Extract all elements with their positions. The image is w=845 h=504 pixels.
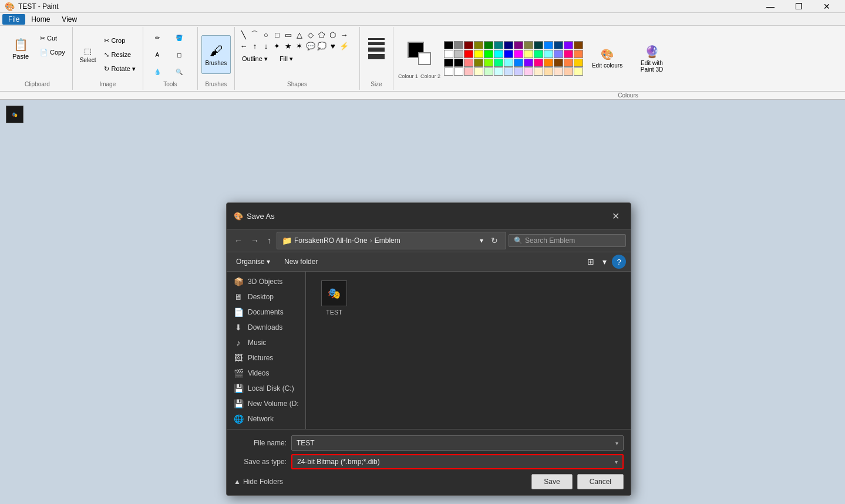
shape-arrow-d[interactable]: ↓ bbox=[261, 40, 271, 51]
fill-shapes-button[interactable]: Fill ▾ bbox=[276, 52, 297, 65]
sidebar-item-pictures[interactable]: 🖼Pictures bbox=[227, 350, 306, 366]
color-swatch[interactable] bbox=[474, 50, 483, 58]
shape-star4[interactable]: ✦ bbox=[272, 40, 282, 51]
maximize-button[interactable]: ❐ bbox=[785, 0, 812, 13]
color-swatch[interactable] bbox=[444, 50, 453, 58]
color-swatch[interactable] bbox=[524, 41, 533, 49]
hide-folders-button[interactable]: ▲ Hide Folders bbox=[234, 478, 283, 486]
help-button[interactable]: ? bbox=[612, 255, 626, 269]
shape-lightning[interactable]: ⚡ bbox=[339, 40, 349, 51]
menu-home[interactable]: Home bbox=[25, 14, 56, 25]
save-button[interactable]: Save bbox=[531, 474, 572, 489]
color-swatch[interactable] bbox=[564, 41, 573, 49]
shape-curve[interactable]: ⌒ bbox=[250, 29, 260, 40]
shape-star5[interactable]: ★ bbox=[283, 40, 294, 51]
color-swatch[interactable] bbox=[474, 59, 483, 67]
nav-forward-button[interactable]: → bbox=[248, 234, 262, 247]
shape-triangle[interactable]: △ bbox=[294, 29, 305, 40]
color-swatch[interactable] bbox=[534, 41, 543, 49]
color-swatch[interactable] bbox=[484, 59, 493, 67]
refresh-button[interactable]: ↻ bbox=[488, 234, 501, 247]
color-swatch[interactable] bbox=[464, 41, 473, 49]
color-swatch[interactable] bbox=[514, 67, 523, 76]
sidebar-item-desktop[interactable]: 🖥Desktop bbox=[227, 289, 306, 305]
sidebar-item-3d-objects[interactable]: 📦3D Objects bbox=[227, 274, 306, 289]
color-swatch[interactable] bbox=[504, 59, 513, 67]
eraser-button[interactable]: ◻ bbox=[169, 46, 190, 63]
color-swatch[interactable] bbox=[574, 41, 583, 49]
edit-with-paint3d-button[interactable]: 🔮 Edit with Paint 3D bbox=[631, 40, 672, 77]
minimize-button[interactable]: — bbox=[757, 0, 784, 13]
color-swatch[interactable] bbox=[454, 50, 463, 58]
color-swatch[interactable] bbox=[534, 59, 543, 67]
color-swatch[interactable] bbox=[514, 41, 523, 49]
paste-button[interactable]: 📋 Paste bbox=[6, 29, 35, 68]
sidebar-item-local-disk-c[interactable]: 💾Local Disk (C:) bbox=[227, 381, 306, 396]
color-swatch[interactable] bbox=[504, 41, 513, 49]
color-swatch[interactable] bbox=[574, 50, 583, 58]
shape-rect[interactable]: □ bbox=[272, 29, 282, 40]
close-button[interactable]: ✕ bbox=[813, 0, 840, 13]
fill-button[interactable]: 🪣 bbox=[169, 29, 190, 46]
sidebar-item-videos[interactable]: 🎬Videos bbox=[227, 366, 306, 381]
color-swatch[interactable] bbox=[564, 67, 573, 76]
pencil-button[interactable]: ✏ bbox=[147, 29, 168, 46]
shape-callout2[interactable]: 💭 bbox=[317, 40, 327, 51]
nav-back-button[interactable]: ← bbox=[231, 234, 245, 247]
search-bar[interactable]: 🔍 Search Emblem bbox=[509, 234, 626, 247]
resize-button[interactable]: ⤡ Resize bbox=[100, 48, 139, 61]
shape-arrow-u[interactable]: ↑ bbox=[250, 40, 260, 51]
shape-callout1[interactable]: 💬 bbox=[305, 40, 316, 51]
color-swatch[interactable] bbox=[544, 67, 553, 76]
color-swatch[interactable] bbox=[494, 59, 503, 67]
cut-button[interactable]: ✂ Cut bbox=[36, 32, 69, 45]
color-swatch[interactable] bbox=[534, 67, 543, 76]
size-button[interactable] bbox=[363, 29, 389, 68]
shape-roundrect[interactable]: ▭ bbox=[283, 29, 294, 40]
edit-colours-button[interactable]: 🎨 Edit colours bbox=[587, 44, 628, 73]
outline-button[interactable]: Outline ▾ bbox=[238, 52, 271, 65]
dialog-close-button[interactable]: ✕ bbox=[607, 208, 624, 224]
color-swatch[interactable] bbox=[524, 50, 533, 58]
color-swatch[interactable] bbox=[474, 41, 483, 49]
color-swatch[interactable] bbox=[544, 41, 553, 49]
color-swatch[interactable] bbox=[534, 50, 543, 58]
organise-button[interactable]: Organise ▾ bbox=[231, 256, 275, 268]
select-button[interactable]: ⬚ Select bbox=[76, 37, 100, 72]
color-swatch[interactable] bbox=[544, 50, 553, 58]
sidebar-item-music[interactable]: ♪Music bbox=[227, 335, 306, 350]
color-swatch[interactable] bbox=[564, 59, 573, 67]
color-swatch[interactable] bbox=[464, 50, 473, 58]
sidebar-item-new-volume-d[interactable]: 💾New Volume (D: bbox=[227, 396, 306, 411]
shape-arrow-r[interactable]: → bbox=[339, 29, 349, 40]
color-swatch[interactable] bbox=[524, 59, 533, 67]
new-folder-button[interactable]: New folder bbox=[280, 256, 322, 268]
color-swatch[interactable] bbox=[514, 59, 523, 67]
color-swatch[interactable] bbox=[524, 67, 533, 76]
brushes-button[interactable]: 🖌 Brushes bbox=[201, 35, 231, 74]
color-swatch[interactable] bbox=[444, 67, 453, 76]
color-swatch[interactable] bbox=[574, 59, 583, 67]
shape-line[interactable]: ╲ bbox=[238, 29, 249, 40]
rotate-button[interactable]: ↻ Rotate ▾ bbox=[100, 62, 139, 75]
shape-diamond[interactable]: ◇ bbox=[305, 29, 316, 40]
shape-arrow-l[interactable]: ← bbox=[238, 40, 249, 51]
file-item-test[interactable]: 🎭 TEST bbox=[311, 276, 358, 320]
shape-penta[interactable]: ⬠ bbox=[317, 29, 327, 40]
color-swatch[interactable] bbox=[464, 67, 473, 76]
color-swatch[interactable] bbox=[494, 50, 503, 58]
magnify-button[interactable]: 🔍 bbox=[169, 63, 190, 80]
shape-heart[interactable]: ♥ bbox=[328, 40, 338, 51]
color-swatch[interactable] bbox=[464, 59, 473, 67]
color-swatch[interactable] bbox=[484, 41, 493, 49]
color-swatch[interactable] bbox=[484, 50, 493, 58]
color-swatch[interactable] bbox=[444, 41, 453, 49]
color-swatch[interactable] bbox=[454, 67, 463, 76]
color-swatch[interactable] bbox=[484, 67, 493, 76]
view-toggle-button[interactable]: ⊞ bbox=[584, 255, 597, 269]
menu-file[interactable]: File bbox=[2, 14, 25, 25]
copy-button[interactable]: 📄 Copy bbox=[36, 46, 69, 59]
color-swatch[interactable] bbox=[504, 50, 513, 58]
color-swatch[interactable] bbox=[554, 41, 563, 49]
crop-button[interactable]: ✂ Crop bbox=[100, 34, 139, 47]
